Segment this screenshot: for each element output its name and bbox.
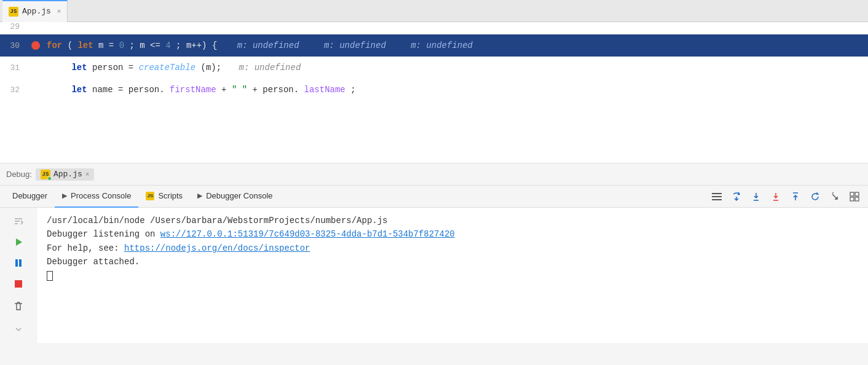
code-line-29: 29 (0, 22, 868, 34)
code-line-31: 31 let person = createTable (m); m: unde… (0, 57, 868, 79)
step-into-button[interactable] (748, 188, 765, 205)
tab-debugger-console-label: Debugger Console (206, 191, 272, 200)
code-editor: 29 30 for ( let m = 0 ; m <= 4 ; m++) { … (0, 22, 868, 163)
code-content-30: for ( let m = 0 ; m <= 4 ; m++) { m: und… (44, 41, 473, 50)
console-cursor (47, 271, 53, 281)
stop-button[interactable] (10, 275, 27, 292)
svg-rect-2 (712, 199, 722, 200)
svg-rect-12 (850, 192, 854, 196)
code-content-31: let person = createTable (m); m: undefin… (44, 63, 301, 73)
debug-session-bar: Debug: JS App.js × (0, 163, 868, 186)
debug-active-dot (47, 176, 52, 181)
variables-view-button[interactable] (846, 188, 863, 205)
js-file-icon: JS (9, 7, 18, 17)
force-step-into-button[interactable] (767, 188, 784, 205)
process-console-icon: ▶ (62, 192, 67, 200)
svg-rect-14 (850, 197, 854, 201)
pause-button[interactable] (10, 254, 27, 272)
console-line-3: For help, see: https://nodejs.org/en/doc… (47, 241, 858, 255)
line-number-29: 29 (0, 22, 27, 34)
menu-button[interactable] (708, 188, 725, 205)
svg-rect-1 (712, 196, 722, 197)
tab-close-button[interactable]: × (57, 8, 61, 15)
tab-debugger[interactable]: Debugger (5, 186, 55, 208)
svg-rect-20 (15, 259, 18, 267)
sort-button[interactable] (10, 213, 27, 230)
tab-debugger-label: Debugger (12, 191, 47, 200)
breakpoint-30[interactable] (27, 41, 44, 50)
run-to-cursor-button[interactable] (826, 188, 843, 205)
nodejs-docs-link[interactable]: https://nodejs.org/en/docs/inspector (124, 243, 310, 253)
tab-appjs[interactable]: JS App.js × (2, 0, 68, 22)
editor-tab-bar: JS App.js × (0, 0, 868, 22)
breakpoint-dot (31, 41, 40, 50)
tab-process-console[interactable]: ▶ Process Console (55, 186, 138, 208)
debug-session-close[interactable]: × (85, 171, 90, 178)
line-number-31: 31 (0, 63, 27, 73)
tab-scripts-label: Scripts (158, 191, 183, 200)
debug-session-label: App.js (53, 170, 82, 179)
tab-scripts[interactable]: JS Scripts (138, 186, 190, 208)
line-number-30: 30 (0, 41, 27, 50)
debug-label: Debug: (6, 170, 32, 179)
restart-button[interactable] (807, 188, 824, 205)
svg-marker-19 (16, 238, 22, 246)
tab-debugger-console[interactable]: ▶ Debugger Console (190, 186, 280, 208)
console-area: /usr/local/bin/node /Users/barbara/Webst… (0, 208, 868, 343)
scripts-js-icon: JS (146, 192, 154, 200)
tab-process-console-label: Process Console (71, 191, 131, 200)
console-line-4: Debugger attached. (47, 255, 858, 269)
debug-session-tab[interactable]: JS App.js × (36, 168, 94, 181)
line-number-32: 32 (0, 85, 27, 95)
left-toolbar (0, 208, 37, 343)
clear-button[interactable] (10, 297, 27, 315)
console-output: /usr/local/bin/node /Users/barbara/Webst… (37, 208, 868, 343)
debug-js-icon: JS (41, 170, 50, 179)
resume-button[interactable] (10, 234, 27, 251)
expand-button[interactable] (10, 321, 27, 338)
svg-line-10 (832, 194, 837, 199)
svg-rect-15 (855, 197, 859, 201)
svg-rect-22 (15, 280, 22, 288)
code-line-30: 30 for ( let m = 0 ; m <= 4 ; m++) { m: … (0, 34, 868, 57)
ws-link[interactable]: ws://127.0.0.1:51319/7c649d03-8325-4dda-… (160, 229, 455, 239)
tab-label: App.js (22, 7, 51, 16)
debug-tabs-row: Debugger ▶ Process Console JS Scripts ▶ … (0, 186, 868, 208)
debugger-console-icon: ▶ (197, 192, 202, 200)
code-content-32: let name = person. firstName + " " + per… (44, 85, 356, 95)
svg-rect-13 (855, 192, 859, 196)
console-line-5 (47, 269, 858, 283)
step-out-button[interactable] (787, 188, 804, 205)
svg-rect-0 (712, 193, 722, 194)
svg-rect-21 (19, 259, 22, 267)
console-line-1: /usr/local/bin/node /Users/barbara/Webst… (47, 214, 858, 227)
code-line-32: 32 let name = person. firstName + " " + … (0, 79, 868, 101)
step-over-button[interactable] (728, 188, 745, 205)
debug-toolbar (708, 188, 868, 205)
console-line-2: Debugger listening on ws://127.0.0.1:513… (47, 227, 858, 241)
